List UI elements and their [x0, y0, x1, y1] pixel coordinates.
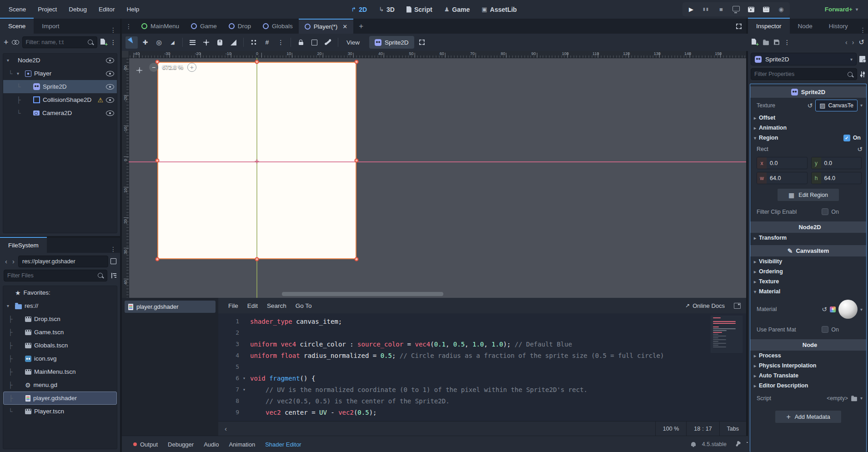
checkbox-unchecked[interactable]: On	[822, 326, 839, 333]
play-scene-button[interactable]	[747, 7, 755, 12]
menu-help[interactable]: Help	[120, 0, 145, 19]
visibility-toggle-icon[interactable]	[106, 84, 114, 90]
dots-menu-icon[interactable]: ⋮	[106, 26, 120, 34]
new-scene-tab-button[interactable]: +	[353, 22, 369, 31]
history-back-button[interactable]: ‹	[4, 257, 9, 265]
scene-tab-globals[interactable]: Globals	[257, 19, 299, 34]
shader-menu-go-to[interactable]: Go To	[291, 302, 316, 309]
tab-node[interactable]: Node	[790, 19, 821, 34]
movie-maker-button[interactable]: ◉	[777, 6, 785, 12]
distraction-free-icon[interactable]	[736, 24, 742, 29]
current-path[interactable]: res://player.gdshader	[18, 256, 108, 267]
make-floating-icon[interactable]	[734, 303, 741, 309]
zoom-percentage[interactable]: 672.8 %	[162, 64, 183, 70]
instance-scene-button[interactable]	[12, 40, 19, 44]
scene-tab-mainmenu[interactable]: MainMenu	[135, 19, 185, 34]
load-resource-button[interactable]	[763, 40, 769, 45]
tab-scene[interactable]: Scene	[0, 18, 34, 34]
new-resource-button[interactable]	[752, 39, 758, 45]
bottom-tab-debugger[interactable]: Debugger	[163, 436, 199, 452]
chevron-down-icon[interactable]: ▾	[860, 103, 863, 108]
tab-import[interactable]: Import	[34, 19, 67, 34]
attach-script-button[interactable]	[100, 39, 107, 45]
bottom-tab-audio[interactable]: Audio	[199, 436, 224, 452]
menu-project[interactable]: Project	[32, 0, 63, 19]
workspace-3d[interactable]: ↳3D	[376, 6, 397, 13]
file-item-icon-svg[interactable]: ├icon.svg	[3, 352, 117, 365]
group-tool-button[interactable]	[308, 36, 321, 49]
online-docs-button[interactable]: ↗ Online Docs	[685, 302, 725, 309]
context-sprite2d-button[interactable]: Sprite2D	[369, 36, 414, 49]
scene-tree-item-player[interactable]: └▾Player	[3, 67, 117, 80]
snap-options-tool-button[interactable]: ⋮	[275, 36, 287, 49]
indent-mode[interactable]: Tabs	[719, 422, 746, 436]
file-item-mainmenu-tscn[interactable]: ├MainMenu.tscn	[3, 365, 117, 378]
select-tool-button[interactable]	[125, 36, 138, 49]
lock-tool-button[interactable]	[295, 36, 307, 49]
selection-handle[interactable]	[156, 257, 160, 261]
file-filter-input[interactable]	[4, 270, 107, 281]
section-material[interactable]: ▾Material	[750, 286, 866, 296]
fold-arrow-icon[interactable]: ▾	[243, 376, 250, 381]
file-item-player-gdshader[interactable]: ├player.gdshader	[3, 392, 117, 405]
selection-handle[interactable]	[355, 60, 359, 64]
fold-arrow-icon[interactable]: ▾	[243, 387, 250, 392]
code-minimap[interactable]	[711, 316, 743, 353]
remote-debug-button[interactable]	[732, 6, 740, 13]
tab-inspector[interactable]: Inspector	[748, 18, 790, 34]
shader-menu-search[interactable]: Search	[262, 302, 291, 309]
dots-menu-icon[interactable]: ⋮	[856, 26, 868, 34]
file-item-menu-gd[interactable]: ├⚙menu.gd	[3, 378, 117, 392]
field-x[interactable]: x0.0	[757, 157, 808, 169]
section-physics-interpolation[interactable]: ▸Physics Interpolation	[750, 361, 866, 371]
file-item-drop-tscn[interactable]: ├Drop.tscn	[3, 312, 117, 326]
revert-icon[interactable]: ↺	[807, 102, 813, 109]
shader-file-item[interactable]: player.gdshader	[125, 301, 216, 313]
editor-zoom[interactable]: 100 %	[655, 422, 686, 436]
selection-handle[interactable]	[255, 257, 259, 261]
bottom-tab-animation[interactable]: Animation	[224, 436, 260, 452]
file-item-globals-tscn[interactable]: ├Globals.tscn	[3, 339, 117, 352]
open-docs-icon[interactable]	[859, 56, 865, 62]
viewport-2d[interactable]: -40-30-20-100102030405060708090100110120…	[122, 51, 746, 298]
pivot-marker[interactable]: +	[255, 157, 259, 166]
property-tools-icon[interactable]	[860, 71, 865, 77]
skeleton-tool-button[interactable]	[322, 36, 334, 49]
code-editor[interactable]: 1shader_type canvas_item;23uniform vec4 …	[218, 313, 746, 422]
workspace-2d[interactable]: ↱2D	[348, 6, 370, 13]
workspace-script[interactable]: Script	[404, 6, 435, 13]
section-auto-translate[interactable]: ▸Auto Translate	[750, 371, 866, 381]
play-custom-scene-button[interactable]	[762, 7, 770, 12]
section-animation[interactable]: ▸Animation	[750, 123, 866, 133]
history-forward-button[interactable]: ›	[852, 39, 854, 46]
field-h[interactable]: h64.0	[811, 172, 862, 184]
material-preview[interactable]	[838, 300, 858, 319]
add-node-button[interactable]: +	[4, 38, 9, 46]
scene-tab-list-icon[interactable]: ⋮	[122, 23, 135, 30]
object-history-icon[interactable]: ↺	[858, 38, 864, 46]
pivot-tool-button[interactable]	[200, 36, 212, 49]
revert-icon[interactable]: ↺	[857, 146, 863, 153]
checkbox-unchecked[interactable]: On	[822, 208, 839, 215]
chevron-down-icon[interactable]: ▾	[860, 307, 863, 312]
file-item-player-tscn[interactable]: └Player.tscn	[3, 405, 117, 418]
selection-handle[interactable]	[255, 60, 259, 64]
bottom-tab-output[interactable]: Output	[128, 436, 163, 452]
close-tab-icon[interactable]: ✕	[342, 23, 347, 30]
bottom-tab-shader-editor[interactable]: Shader Editor	[260, 436, 306, 452]
scene-tree-menu-button[interactable]: ⋮	[110, 39, 116, 45]
section-region[interactable]: ▾Region✓On	[750, 133, 866, 143]
sort-files-button[interactable]	[110, 273, 116, 278]
version-label[interactable]: 4.5.stable	[702, 441, 727, 447]
menu-editor[interactable]: Editor	[93, 0, 120, 19]
scene-tab-game[interactable]: Game	[185, 19, 223, 34]
add-metadata-button[interactable]: +Add Metadata	[775, 410, 841, 423]
scene-tree-item-node2d[interactable]: ▾Node2D	[3, 54, 117, 67]
play-button[interactable]: ▶	[687, 6, 695, 12]
shader-menu-edit[interactable]: Edit	[243, 302, 262, 309]
history-back-button[interactable]: ‹	[845, 39, 848, 46]
dots-menu-icon[interactable]: ⋮	[106, 246, 120, 253]
tab-filesystem[interactable]: FileSystem	[0, 237, 47, 253]
move-tool-button[interactable]: ✚	[139, 36, 151, 49]
stop-button[interactable]: ■	[717, 6, 725, 12]
